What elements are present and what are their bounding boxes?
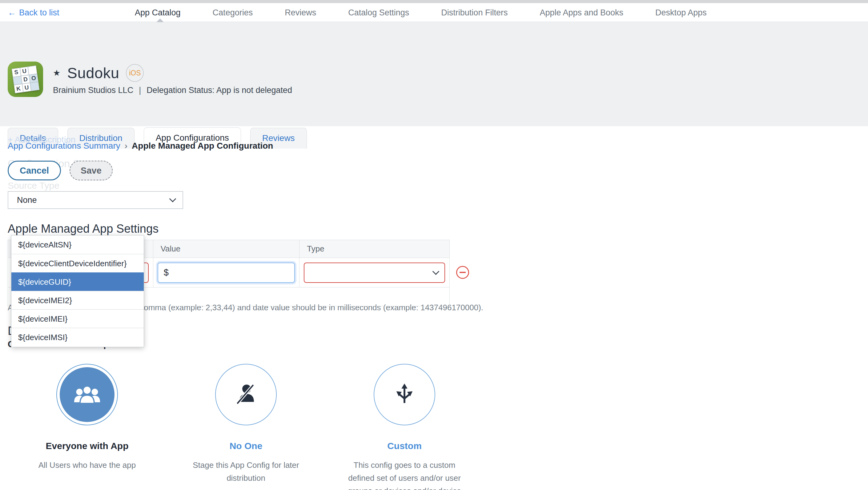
save-button[interactable]: Save (69, 161, 113, 180)
nav-item-reviews[interactable]: Reviews (285, 8, 316, 18)
variable-option[interactable]: ${deviceIMSI} (11, 328, 144, 346)
value-input[interactable] (158, 263, 295, 283)
source-type-selected-value: None (17, 195, 37, 205)
split-arrows-icon (393, 382, 416, 406)
back-link-label: Back to list (19, 8, 59, 18)
variable-option-selected[interactable]: ${deviceGUID} (11, 272, 144, 291)
active-nav-indicator-icon (156, 19, 164, 22)
breadcrumb-separator: › (125, 141, 127, 151)
everyone-with-app-label[interactable]: Everyone with App (20, 441, 155, 451)
variable-option[interactable]: ${deviceIMEI} (11, 309, 144, 328)
everyone-with-app-radio[interactable] (56, 364, 118, 425)
breadcrumb-current: Apple Managed App Configuration (132, 141, 273, 151)
user-slash-icon (234, 382, 258, 406)
app-catalog-page: ← Back to list App Catalog Categories Re… (0, 0, 868, 490)
nav-item-app-catalog[interactable]: App Catalog (135, 8, 181, 18)
nav-item-apple-apps-and-books[interactable]: Apple Apps and Books (539, 8, 623, 18)
chevron-down-icon (169, 195, 176, 203)
app-icon-sudoku: SU DO KU (8, 62, 43, 97)
top-navigation: ← Back to list App Catalog Categories Re… (0, 3, 868, 22)
nav-item-categories[interactable]: Categories (213, 8, 253, 18)
type-column-header: Type (300, 240, 450, 258)
custom-radio[interactable] (374, 364, 435, 425)
app-title-row: ★ Sudoku iOS (53, 64, 144, 82)
app-header-band: SU DO KU ★ Sudoku iOS Brainium Studios L… (0, 22, 868, 126)
back-arrow-icon: ← (8, 8, 16, 18)
remove-row-icon[interactable] (456, 266, 469, 279)
type-select[interactable] (304, 263, 445, 283)
source-type-label-faded: Source Type (8, 180, 59, 191)
custom-label[interactable]: Custom (337, 441, 472, 451)
apple-managed-app-settings-heading: Apple Managed App Settings (8, 222, 158, 236)
nav-item-catalog-settings[interactable]: Catalog Settings (348, 8, 409, 18)
no-one-description: Stage this App Config for later distribu… (187, 459, 304, 485)
app-subtitle: Brainium Studios LLC | Delegation Status… (53, 86, 292, 95)
sudoku-grid-art: SU DO KU (11, 65, 39, 93)
favorite-star-icon: ★ (53, 68, 60, 78)
no-one-label[interactable]: No One (178, 441, 314, 451)
variable-option[interactable]: ${deviceAltSN} (11, 236, 144, 254)
option-no-one: No One Stage this App Config for later d… (178, 364, 314, 425)
vendor-name: Brainium Studios LLC (53, 86, 133, 95)
ios-platform-badge: iOS (126, 64, 144, 82)
source-type-select[interactable]: None (8, 191, 183, 209)
user-group-icon (73, 384, 101, 405)
chevron-down-icon (432, 268, 439, 275)
everyone-with-app-description: All Users who have the app (26, 459, 149, 471)
option-everyone-with-app: Everyone with App All Users who have the… (20, 364, 155, 425)
breadcrumb: App Configurations Summary › Apple Manag… (8, 141, 273, 151)
nav-item-distribution-filters[interactable]: Distribution Filters (441, 8, 507, 18)
option-custom: Custom This config goes to a custom defi… (337, 364, 472, 425)
variable-option[interactable]: ${deviceIMEI2} (11, 291, 144, 309)
subtitle-separator: | (139, 86, 141, 95)
action-buttons: Cancel Save (8, 161, 113, 180)
page-title: Sudoku (67, 64, 119, 82)
nav-item-desktop-apps[interactable]: Desktop Apps (655, 8, 707, 18)
cancel-button[interactable]: Cancel (8, 161, 61, 180)
nav-items: App Catalog Categories Reviews Catalog S… (135, 3, 707, 22)
variable-dropdown-list: ${deviceAltSN} ${deviceClientDeviceIdent… (11, 235, 144, 347)
variable-option[interactable]: ${deviceClientDeviceIdentifier} (11, 254, 144, 272)
value-column-header: Value (153, 240, 300, 258)
custom-description: This config goes to a custom defined set… (344, 459, 465, 490)
breadcrumb-app-configurations-summary[interactable]: App Configurations Summary (8, 141, 120, 151)
delegation-status: Delegation Status: App is not delegated (147, 86, 292, 95)
browser-chrome-strip (0, 0, 868, 3)
back-to-list-link[interactable]: ← Back to list (8, 3, 59, 22)
no-one-radio[interactable] (215, 364, 277, 425)
